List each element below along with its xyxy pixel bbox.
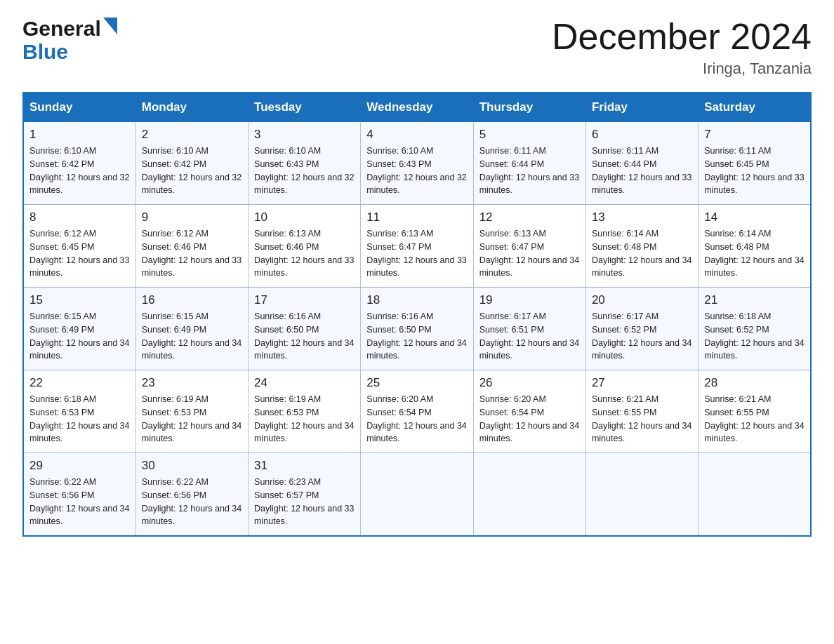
calendar-cell [585, 453, 698, 537]
calendar-cell: 5 Sunrise: 6:11 AMSunset: 6:44 PMDayligh… [473, 122, 585, 205]
calendar-cell: 19 Sunrise: 6:17 AMSunset: 6:51 PMDaylig… [473, 288, 585, 370]
calendar-header-thursday: Thursday [473, 93, 585, 122]
calendar-week-row: 22 Sunrise: 6:18 AMSunset: 6:53 PMDaylig… [23, 370, 811, 453]
calendar-cell: 18 Sunrise: 6:16 AMSunset: 6:50 PMDaylig… [361, 288, 473, 370]
day-number: 21 [704, 293, 805, 307]
day-info: Sunrise: 6:14 AMSunset: 6:48 PMDaylight:… [592, 227, 692, 280]
day-number: 13 [592, 210, 692, 224]
day-info: Sunrise: 6:21 AMSunset: 6:55 PMDaylight:… [592, 393, 692, 445]
day-info: Sunrise: 6:13 AMSunset: 6:47 PMDaylight:… [366, 227, 467, 280]
day-number: 20 [592, 293, 692, 307]
calendar-cell: 11 Sunrise: 6:13 AMSunset: 6:47 PMDaylig… [361, 205, 473, 288]
day-info: Sunrise: 6:22 AMSunset: 6:56 PMDaylight:… [142, 476, 242, 528]
day-number: 5 [479, 128, 580, 142]
calendar-week-row: 1 Sunrise: 6:10 AMSunset: 6:42 PMDayligh… [23, 122, 811, 205]
day-number: 24 [254, 376, 355, 390]
day-number: 2 [142, 128, 242, 142]
day-info: Sunrise: 6:13 AMSunset: 6:47 PMDaylight:… [479, 227, 580, 280]
calendar-cell: 25 Sunrise: 6:20 AMSunset: 6:54 PMDaylig… [361, 370, 473, 453]
day-info: Sunrise: 6:10 AMSunset: 6:43 PMDaylight:… [254, 145, 355, 197]
logo-triangle-icon [103, 18, 117, 34]
day-number: 11 [366, 210, 467, 224]
logo-general: General [22, 17, 101, 40]
title-section: December 2024 Iringa, Tanzania [552, 17, 812, 78]
day-info: Sunrise: 6:23 AMSunset: 6:57 PMDaylight:… [254, 476, 355, 528]
day-number: 15 [29, 293, 130, 307]
calendar-header-row: SundayMondayTuesdayWednesdayThursdayFrid… [23, 93, 811, 122]
day-number: 17 [254, 293, 355, 307]
month-title: December 2024 [552, 17, 812, 57]
calendar-header-friday: Friday [585, 93, 698, 122]
calendar-cell [699, 453, 811, 537]
day-number: 3 [254, 128, 355, 142]
calendar-cell: 20 Sunrise: 6:17 AMSunset: 6:52 PMDaylig… [585, 288, 698, 370]
day-number: 22 [29, 376, 130, 390]
day-info: Sunrise: 6:15 AMSunset: 6:49 PMDaylight:… [142, 310, 242, 363]
day-info: Sunrise: 6:12 AMSunset: 6:46 PMDaylight:… [142, 227, 242, 280]
calendar-cell: 23 Sunrise: 6:19 AMSunset: 6:53 PMDaylig… [135, 370, 248, 453]
day-number: 26 [479, 376, 580, 390]
day-number: 25 [366, 376, 467, 390]
day-number: 8 [29, 210, 130, 224]
day-number: 31 [254, 459, 355, 473]
day-info: Sunrise: 6:20 AMSunset: 6:54 PMDaylight:… [479, 393, 580, 445]
page-header: General Blue December 2024 Iringa, Tanza… [22, 17, 812, 78]
calendar-cell: 29 Sunrise: 6:22 AMSunset: 6:56 PMDaylig… [23, 453, 135, 537]
calendar-header-tuesday: Tuesday [249, 93, 361, 122]
day-info: Sunrise: 6:18 AMSunset: 6:53 PMDaylight:… [29, 393, 130, 445]
day-number: 9 [142, 210, 242, 224]
day-info: Sunrise: 6:11 AMSunset: 6:45 PMDaylight:… [704, 145, 805, 197]
calendar-cell [361, 453, 473, 537]
calendar-cell: 1 Sunrise: 6:10 AMSunset: 6:42 PMDayligh… [23, 122, 135, 205]
calendar-cell: 4 Sunrise: 6:10 AMSunset: 6:43 PMDayligh… [361, 122, 473, 205]
day-info: Sunrise: 6:19 AMSunset: 6:53 PMDaylight:… [142, 393, 242, 445]
day-info: Sunrise: 6:14 AMSunset: 6:48 PMDaylight:… [704, 227, 805, 280]
day-number: 19 [479, 293, 580, 307]
calendar-cell: 26 Sunrise: 6:20 AMSunset: 6:54 PMDaylig… [473, 370, 585, 453]
calendar-cell: 17 Sunrise: 6:16 AMSunset: 6:50 PMDaylig… [249, 288, 361, 370]
day-number: 1 [29, 128, 130, 142]
day-number: 6 [592, 128, 692, 142]
day-number: 29 [29, 459, 130, 473]
day-number: 12 [479, 210, 580, 224]
calendar-cell: 9 Sunrise: 6:12 AMSunset: 6:46 PMDayligh… [135, 205, 248, 288]
day-info: Sunrise: 6:17 AMSunset: 6:52 PMDaylight:… [592, 310, 692, 363]
day-number: 14 [704, 210, 805, 224]
day-info: Sunrise: 6:11 AMSunset: 6:44 PMDaylight:… [592, 145, 692, 197]
calendar-cell: 21 Sunrise: 6:18 AMSunset: 6:52 PMDaylig… [699, 288, 811, 370]
calendar-week-row: 15 Sunrise: 6:15 AMSunset: 6:49 PMDaylig… [23, 288, 811, 370]
calendar-cell: 12 Sunrise: 6:13 AMSunset: 6:47 PMDaylig… [473, 205, 585, 288]
calendar-cell: 14 Sunrise: 6:14 AMSunset: 6:48 PMDaylig… [699, 205, 811, 288]
logo-blue: Blue [22, 40, 117, 63]
day-info: Sunrise: 6:16 AMSunset: 6:50 PMDaylight:… [366, 310, 467, 363]
calendar-cell: 27 Sunrise: 6:21 AMSunset: 6:55 PMDaylig… [585, 370, 698, 453]
calendar-header-sunday: Sunday [23, 93, 135, 122]
day-info: Sunrise: 6:20 AMSunset: 6:54 PMDaylight:… [366, 393, 467, 445]
day-info: Sunrise: 6:10 AMSunset: 6:42 PMDaylight:… [29, 145, 130, 197]
calendar-cell: 30 Sunrise: 6:22 AMSunset: 6:56 PMDaylig… [135, 453, 248, 537]
calendar-header-saturday: Saturday [699, 93, 811, 122]
calendar-cell: 6 Sunrise: 6:11 AMSunset: 6:44 PMDayligh… [585, 122, 698, 205]
day-info: Sunrise: 6:16 AMSunset: 6:50 PMDaylight:… [254, 310, 355, 363]
day-number: 28 [704, 376, 805, 390]
day-info: Sunrise: 6:15 AMSunset: 6:49 PMDaylight:… [29, 310, 130, 363]
day-info: Sunrise: 6:11 AMSunset: 6:44 PMDaylight:… [479, 145, 580, 197]
day-info: Sunrise: 6:18 AMSunset: 6:52 PMDaylight:… [704, 310, 805, 363]
day-number: 16 [142, 293, 242, 307]
calendar-cell [473, 453, 585, 537]
day-number: 7 [704, 128, 805, 142]
day-info: Sunrise: 6:10 AMSunset: 6:42 PMDaylight:… [142, 145, 242, 197]
calendar-cell: 10 Sunrise: 6:13 AMSunset: 6:46 PMDaylig… [249, 205, 361, 288]
location: Iringa, Tanzania [552, 60, 812, 78]
logo: General Blue [22, 17, 117, 63]
day-number: 27 [592, 376, 692, 390]
day-number: 4 [366, 128, 467, 142]
calendar-cell: 31 Sunrise: 6:23 AMSunset: 6:57 PMDaylig… [249, 453, 361, 537]
day-info: Sunrise: 6:12 AMSunset: 6:45 PMDaylight:… [29, 227, 130, 280]
calendar-cell: 15 Sunrise: 6:15 AMSunset: 6:49 PMDaylig… [23, 288, 135, 370]
calendar-cell: 8 Sunrise: 6:12 AMSunset: 6:45 PMDayligh… [23, 205, 135, 288]
calendar-cell: 22 Sunrise: 6:18 AMSunset: 6:53 PMDaylig… [23, 370, 135, 453]
day-number: 10 [254, 210, 355, 224]
day-info: Sunrise: 6:21 AMSunset: 6:55 PMDaylight:… [704, 393, 805, 445]
day-info: Sunrise: 6:22 AMSunset: 6:56 PMDaylight:… [29, 476, 130, 528]
